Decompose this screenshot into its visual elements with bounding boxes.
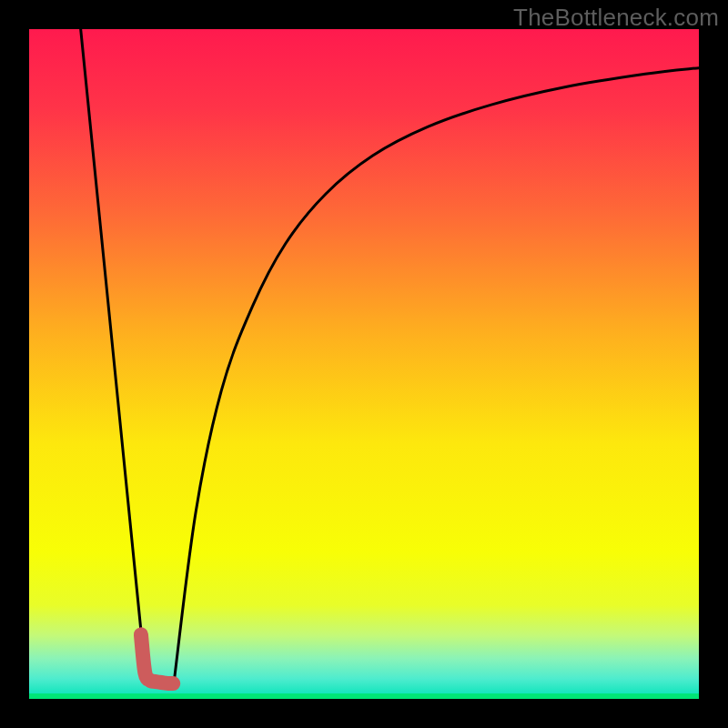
chart-svg xyxy=(29,29,699,699)
green-band xyxy=(29,693,699,699)
gradient-background xyxy=(29,29,699,699)
watermark-text: TheBottleneck.com xyxy=(513,4,719,32)
chart-frame: TheBottleneck.com xyxy=(0,0,728,728)
plot-area xyxy=(29,29,699,699)
